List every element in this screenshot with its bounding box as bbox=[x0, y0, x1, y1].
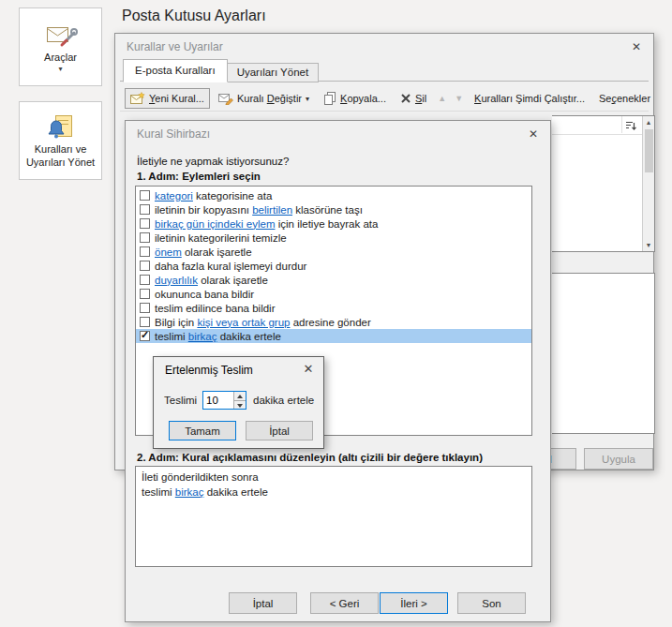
close-icon[interactable]: ✕ bbox=[628, 39, 645, 54]
spinner-down-icon[interactable] bbox=[234, 400, 246, 410]
deferred-delivery-dialog: Ertelenmiş Teslim ✕ Teslimi dakika ertel… bbox=[153, 356, 324, 449]
run-rules-now-button[interactable]: Kuralları Şimdi Çalıştır... bbox=[469, 89, 590, 108]
manage-rules-button[interactable]: Kuralları ve Uyarıları Yönet bbox=[19, 101, 102, 180]
action-link[interactable]: belirtilen bbox=[252, 204, 292, 216]
step2-label: 2. Adım: Kural açıklamasını düzenleyin (… bbox=[137, 452, 483, 463]
delete-rule-button[interactable]: Sil bbox=[395, 89, 432, 108]
rules-list-header[interactable] bbox=[552, 116, 654, 135]
checkbox-unchecked[interactable] bbox=[140, 218, 150, 229]
checkbox-unchecked[interactable] bbox=[140, 289, 150, 299]
action-row[interactable]: Bilgi için kişi veya ortak grup adresine… bbox=[136, 315, 531, 329]
action-link[interactable]: kategori bbox=[155, 190, 193, 202]
copy-rule-button[interactable]: Kopyala... bbox=[318, 88, 392, 109]
rules-list bbox=[552, 115, 655, 252]
rule-description-box[interactable]: İleti gönderildikten sonra teslimi birka… bbox=[135, 466, 532, 567]
action-link[interactable]: birkaç gün içindeki eylem bbox=[155, 218, 275, 230]
copy-rule-label: Kopyala... bbox=[340, 93, 386, 104]
checkbox-unchecked[interactable] bbox=[140, 261, 150, 271]
wizard-cancel-button[interactable]: İptal bbox=[229, 592, 297, 614]
action-row[interactable]: iletinin bir kopyasını belirtilen klasör… bbox=[136, 202, 531, 216]
defer-cancel-button[interactable]: İptal bbox=[246, 421, 313, 440]
deferred-delivery-title: Ertelenmiş Teslim bbox=[165, 364, 253, 377]
column-divider bbox=[621, 116, 622, 133]
defer-ok-button[interactable]: Tamam bbox=[169, 421, 236, 440]
wizard-question: İletiyle ne yapmak istiyorsunuz? bbox=[137, 156, 289, 167]
close-icon[interactable]: ✕ bbox=[300, 362, 317, 377]
action-row[interactable]: okununca bana bildir bbox=[136, 287, 531, 301]
action-text: iletinin bir kopyasını belirtilen klasör… bbox=[155, 204, 363, 216]
wizard-next-button[interactable]: İleri > bbox=[380, 592, 448, 614]
tab-strip: E-posta Kuralları Uyarıları Yönet bbox=[123, 59, 318, 82]
action-text: duyarlılık olarak işaretle bbox=[155, 275, 268, 286]
scroll-up-icon[interactable]: ▲ bbox=[643, 116, 654, 128]
checkbox-unchecked[interactable] bbox=[140, 246, 150, 257]
rules-list-scrollbar[interactable]: ▲ ▼ bbox=[642, 116, 654, 251]
action-row[interactable]: iletinin kategorilerini temizle bbox=[136, 231, 531, 245]
action-text: önem olarak işaretle bbox=[155, 246, 252, 258]
action-text: iletinin kategorilerini temizle bbox=[155, 232, 287, 244]
checkbox-unchecked[interactable] bbox=[140, 303, 150, 313]
action-row[interactable]: önem olarak işaretle bbox=[136, 245, 531, 259]
action-text: kategori kategorisine ata bbox=[155, 190, 272, 202]
description-link[interactable]: birkaç bbox=[175, 486, 204, 498]
rules-toolbar: Yeni Kural... Kuralı Değiştir ▾ bbox=[125, 87, 646, 110]
minutes-input[interactable] bbox=[203, 392, 233, 409]
tools-button-label: Araçlar bbox=[40, 51, 81, 64]
close-icon[interactable]: ✕ bbox=[525, 127, 542, 142]
chevron-down-icon: ▾ bbox=[58, 66, 62, 73]
checkbox-unchecked[interactable] bbox=[140, 204, 150, 215]
spinner-up-icon[interactable] bbox=[234, 392, 246, 400]
wizard-finish-button[interactable]: Son bbox=[457, 592, 526, 614]
change-rule-label: Kuralı Değiştir bbox=[237, 93, 302, 104]
action-link[interactable]: birkaç bbox=[188, 331, 217, 342]
outlook-mailbox-settings-screen: Posta Kutusu Ayarları Araçlar ▾ Kura bbox=[0, 0, 672, 627]
checkbox-unchecked[interactable] bbox=[140, 275, 150, 285]
rule-wizard-dialog: Kural Sihirbazı ✕ İletiyle ne yapmak ist… bbox=[125, 120, 551, 622]
action-row[interactable]: teslim edilince bana bildir bbox=[136, 301, 531, 315]
action-row[interactable]: duyarlılık olarak işaretle bbox=[136, 273, 531, 287]
action-row[interactable]: birkaç gün içindeki eylem için iletiye b… bbox=[136, 216, 531, 231]
checkbox-unchecked[interactable] bbox=[140, 190, 150, 201]
action-link[interactable]: duyarlılık bbox=[155, 275, 198, 286]
action-row[interactable]: kategori kategorisine ata bbox=[136, 188, 531, 202]
checkbox-unchecked[interactable] bbox=[140, 317, 150, 327]
checkbox-unchecked[interactable] bbox=[140, 232, 150, 243]
tab-email-rules[interactable]: E-posta Kuralları bbox=[123, 59, 228, 82]
change-rule-button[interactable]: Kuralı Değiştir ▾ bbox=[213, 88, 315, 109]
wizard-back-button[interactable]: < Geri bbox=[310, 592, 379, 614]
defer-suffix-label: dakika ertele bbox=[253, 395, 314, 406]
action-row-selected[interactable]: teslimi birkaç dakika ertele bbox=[136, 329, 531, 343]
description-line: İleti gönderildikten sonra bbox=[142, 470, 526, 485]
new-rule-button[interactable]: Yeni Kural... bbox=[125, 88, 210, 109]
page-title: Posta Kutusu Ayarları bbox=[122, 7, 266, 24]
description-line: teslimi birkaç dakika ertele bbox=[142, 485, 526, 500]
delete-icon bbox=[400, 93, 411, 104]
rule-wizard-title: Kural Sihirbazı bbox=[137, 127, 210, 141]
action-text: Bilgi için kişi veya ortak grup adresine… bbox=[155, 317, 371, 328]
tab-manage-alerts[interactable]: Uyarıları Yönet bbox=[227, 63, 320, 82]
move-rule-down-icon[interactable]: ▼ bbox=[452, 94, 466, 103]
action-text: okununca bana bildir bbox=[155, 289, 254, 300]
action-link[interactable]: önem bbox=[155, 246, 182, 258]
scrollbar-thumb[interactable] bbox=[645, 129, 653, 172]
chevron-down-icon: ▾ bbox=[306, 95, 309, 103]
delete-rule-label: Sil bbox=[415, 93, 426, 104]
rules-apply-button: Uygula bbox=[584, 448, 653, 470]
scroll-down-icon[interactable]: ▼ bbox=[643, 239, 654, 251]
action-text: birkaç gün içindeki eylem için iletiye b… bbox=[155, 218, 378, 230]
change-rule-icon bbox=[218, 92, 233, 105]
tools-button[interactable]: Araçlar ▾ bbox=[19, 7, 102, 86]
spinner bbox=[233, 392, 246, 409]
rules-alerts-dialog-title: Kurallar ve Uyarılar bbox=[127, 40, 223, 53]
step1-label: 1. Adım: Eylemleri seçin bbox=[137, 171, 261, 182]
minutes-stepper bbox=[202, 391, 246, 410]
copy-icon bbox=[323, 92, 336, 105]
action-text: teslimi birkaç dakika ertele bbox=[155, 331, 281, 342]
run-rules-label: Kuralları Şimdi Çalıştır... bbox=[474, 93, 585, 104]
action-row[interactable]: daha fazla kural işlemeyi durdur bbox=[136, 259, 531, 273]
checkbox-checked[interactable] bbox=[140, 331, 150, 341]
manage-rules-button-label: Kuralları ve Uyarıları Yönet bbox=[20, 142, 101, 170]
move-rule-up-icon[interactable]: ▲ bbox=[435, 94, 449, 103]
options-button[interactable]: Seçenekler bbox=[593, 89, 656, 108]
action-link[interactable]: kişi veya ortak grup bbox=[197, 317, 290, 328]
